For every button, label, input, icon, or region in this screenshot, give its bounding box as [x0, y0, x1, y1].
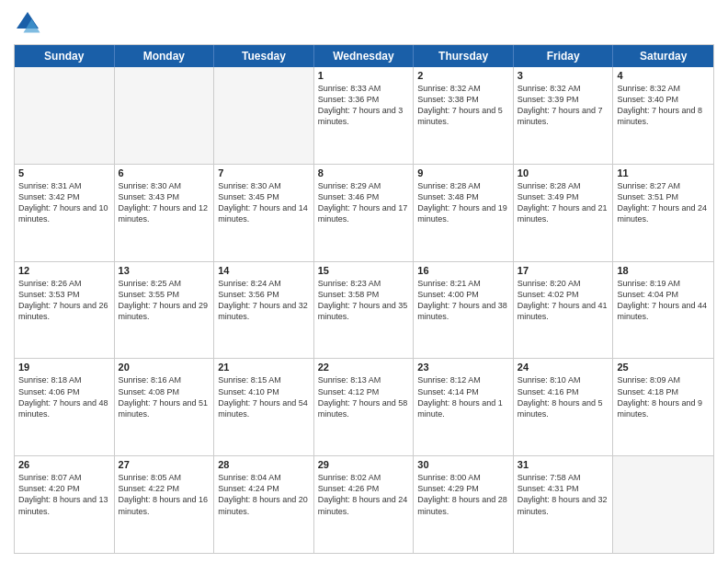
day-info: Sunrise: 8:32 AM Sunset: 3:40 PM Dayligh… — [617, 83, 710, 128]
calendar-cell: 23Sunrise: 8:12 AM Sunset: 4:14 PM Dayli… — [414, 359, 514, 455]
day-info: Sunrise: 8:30 AM Sunset: 3:45 PM Dayligh… — [218, 180, 310, 225]
calendar: SundayMondayTuesdayWednesdayThursdayFrid… — [14, 44, 714, 554]
calendar-cell: 25Sunrise: 8:09 AM Sunset: 4:18 PM Dayli… — [613, 359, 713, 455]
day-info: Sunrise: 8:15 AM Sunset: 4:10 PM Dayligh… — [218, 374, 310, 419]
day-info: Sunrise: 8:25 AM Sunset: 3:55 PM Dayligh… — [119, 278, 210, 323]
day-info: Sunrise: 8:27 AM Sunset: 3:51 PM Dayligh… — [617, 180, 710, 225]
day-number: 12 — [18, 265, 110, 276]
calendar-cell — [613, 456, 713, 553]
day-number: 27 — [119, 459, 210, 470]
day-info: Sunrise: 8:02 AM Sunset: 4:26 PM Dayligh… — [318, 472, 410, 517]
day-number: 26 — [18, 459, 110, 470]
day-info: Sunrise: 8:18 AM Sunset: 4:06 PM Dayligh… — [18, 374, 110, 419]
day-number: 17 — [518, 265, 609, 276]
calendar-cell: 30Sunrise: 8:00 AM Sunset: 4:29 PM Dayli… — [414, 456, 514, 553]
calendar-cell: 2Sunrise: 8:32 AM Sunset: 3:38 PM Daylig… — [414, 67, 514, 164]
day-number: 19 — [18, 362, 110, 373]
day-info: Sunrise: 8:04 AM Sunset: 4:24 PM Dayligh… — [218, 472, 310, 517]
day-number: 2 — [417, 70, 509, 81]
calendar-cell: 1Sunrise: 8:33 AM Sunset: 3:36 PM Daylig… — [314, 67, 415, 164]
calendar-cell: 10Sunrise: 8:28 AM Sunset: 3:49 PM Dayli… — [514, 165, 614, 261]
calendar-cell: 11Sunrise: 8:27 AM Sunset: 3:51 PM Dayli… — [613, 165, 713, 261]
day-number: 16 — [417, 265, 509, 276]
calendar-row-4: 26Sunrise: 8:07 AM Sunset: 4:20 PM Dayli… — [15, 456, 713, 553]
day-number: 9 — [417, 167, 509, 178]
calendar-cell: 14Sunrise: 8:24 AM Sunset: 3:56 PM Dayli… — [214, 262, 314, 359]
day-info: Sunrise: 8:13 AM Sunset: 4:12 PM Dayligh… — [318, 374, 410, 419]
day-number: 25 — [617, 362, 710, 373]
day-number: 24 — [518, 362, 609, 373]
day-number: 10 — [518, 167, 609, 178]
day-number: 4 — [617, 70, 710, 81]
day-info: Sunrise: 8:31 AM Sunset: 3:42 PM Dayligh… — [18, 180, 110, 225]
day-info: Sunrise: 8:21 AM Sunset: 4:00 PM Dayligh… — [417, 278, 509, 323]
calendar-cell: 21Sunrise: 8:15 AM Sunset: 4:10 PM Dayli… — [214, 359, 314, 455]
header-day-sunday: Sunday — [15, 45, 115, 67]
day-info: Sunrise: 8:26 AM Sunset: 3:53 PM Dayligh… — [18, 278, 110, 323]
day-number: 13 — [119, 265, 210, 276]
day-info: Sunrise: 8:12 AM Sunset: 4:14 PM Dayligh… — [417, 374, 509, 419]
calendar-cell: 6Sunrise: 8:30 AM Sunset: 3:43 PM Daylig… — [115, 165, 215, 261]
day-info: Sunrise: 8:10 AM Sunset: 4:16 PM Dayligh… — [518, 374, 609, 419]
day-number: 7 — [218, 167, 310, 178]
calendar-row-0: 1Sunrise: 8:33 AM Sunset: 3:36 PM Daylig… — [15, 67, 713, 165]
day-number: 15 — [318, 265, 410, 276]
day-info: Sunrise: 8:32 AM Sunset: 3:38 PM Dayligh… — [417, 83, 509, 128]
calendar-cell: 31Sunrise: 7:58 AM Sunset: 4:31 PM Dayli… — [514, 456, 614, 553]
day-info: Sunrise: 8:09 AM Sunset: 4:18 PM Dayligh… — [617, 374, 710, 419]
day-number: 23 — [417, 362, 509, 373]
header-day-monday: Monday — [115, 45, 215, 67]
day-info: Sunrise: 8:07 AM Sunset: 4:20 PM Dayligh… — [18, 472, 110, 517]
calendar-cell: 19Sunrise: 8:18 AM Sunset: 4:06 PM Dayli… — [15, 359, 115, 455]
calendar-cell: 16Sunrise: 8:21 AM Sunset: 4:00 PM Dayli… — [414, 262, 514, 359]
calendar-cell: 27Sunrise: 8:05 AM Sunset: 4:22 PM Dayli… — [115, 456, 215, 553]
calendar-cell: 26Sunrise: 8:07 AM Sunset: 4:20 PM Dayli… — [15, 456, 115, 553]
day-number: 31 — [518, 459, 609, 470]
calendar-cell: 5Sunrise: 8:31 AM Sunset: 3:42 PM Daylig… — [15, 165, 115, 261]
day-info: Sunrise: 8:24 AM Sunset: 3:56 PM Dayligh… — [218, 278, 310, 323]
day-info: Sunrise: 8:29 AM Sunset: 3:46 PM Dayligh… — [318, 180, 410, 225]
calendar-cell: 17Sunrise: 8:20 AM Sunset: 4:02 PM Dayli… — [514, 262, 614, 359]
day-info: Sunrise: 8:28 AM Sunset: 3:49 PM Dayligh… — [518, 180, 609, 225]
header-day-thursday: Thursday — [414, 45, 514, 67]
calendar-header: SundayMondayTuesdayWednesdayThursdayFrid… — [15, 45, 713, 67]
day-number: 3 — [518, 70, 609, 81]
page: SundayMondayTuesdayWednesdayThursdayFrid… — [0, 0, 728, 563]
calendar-cell: 8Sunrise: 8:29 AM Sunset: 3:46 PM Daylig… — [314, 165, 415, 261]
day-info: Sunrise: 8:20 AM Sunset: 4:02 PM Dayligh… — [518, 278, 609, 323]
calendar-row-1: 5Sunrise: 8:31 AM Sunset: 3:42 PM Daylig… — [15, 165, 713, 262]
calendar-cell: 18Sunrise: 8:19 AM Sunset: 4:04 PM Dayli… — [613, 262, 713, 359]
calendar-cell: 9Sunrise: 8:28 AM Sunset: 3:48 PM Daylig… — [414, 165, 514, 261]
day-info: Sunrise: 8:23 AM Sunset: 3:58 PM Dayligh… — [318, 278, 410, 323]
day-number: 1 — [318, 70, 410, 81]
day-number: 29 — [318, 459, 410, 470]
calendar-cell: 12Sunrise: 8:26 AM Sunset: 3:53 PM Dayli… — [15, 262, 115, 359]
header-day-tuesday: Tuesday — [214, 45, 314, 67]
day-info: Sunrise: 8:19 AM Sunset: 4:04 PM Dayligh… — [617, 278, 710, 323]
day-number: 18 — [617, 265, 710, 276]
header-day-saturday: Saturday — [613, 45, 713, 67]
day-number: 11 — [617, 167, 710, 178]
day-number: 8 — [318, 167, 410, 178]
day-info: Sunrise: 8:33 AM Sunset: 3:36 PM Dayligh… — [318, 83, 410, 128]
logo-icon — [14, 9, 41, 37]
logo — [14, 9, 45, 37]
day-number: 5 — [18, 167, 110, 178]
calendar-cell: 13Sunrise: 8:25 AM Sunset: 3:55 PM Dayli… — [115, 262, 215, 359]
calendar-cell: 29Sunrise: 8:02 AM Sunset: 4:26 PM Dayli… — [314, 456, 415, 553]
calendar-cell — [115, 67, 215, 164]
calendar-body: 1Sunrise: 8:33 AM Sunset: 3:36 PM Daylig… — [15, 67, 713, 553]
calendar-cell: 15Sunrise: 8:23 AM Sunset: 3:58 PM Dayli… — [314, 262, 415, 359]
calendar-row-3: 19Sunrise: 8:18 AM Sunset: 4:06 PM Dayli… — [15, 359, 713, 456]
day-info: Sunrise: 7:58 AM Sunset: 4:31 PM Dayligh… — [518, 472, 609, 517]
day-number: 14 — [218, 265, 310, 276]
calendar-cell: 22Sunrise: 8:13 AM Sunset: 4:12 PM Dayli… — [314, 359, 415, 455]
calendar-cell — [214, 67, 314, 164]
calendar-cell: 3Sunrise: 8:32 AM Sunset: 3:39 PM Daylig… — [514, 67, 614, 164]
day-number: 20 — [119, 362, 210, 373]
day-number: 28 — [218, 459, 310, 470]
day-info: Sunrise: 8:16 AM Sunset: 4:08 PM Dayligh… — [119, 374, 210, 419]
header-day-friday: Friday — [514, 45, 614, 67]
day-info: Sunrise: 8:05 AM Sunset: 4:22 PM Dayligh… — [119, 472, 210, 517]
day-number: 30 — [417, 459, 509, 470]
